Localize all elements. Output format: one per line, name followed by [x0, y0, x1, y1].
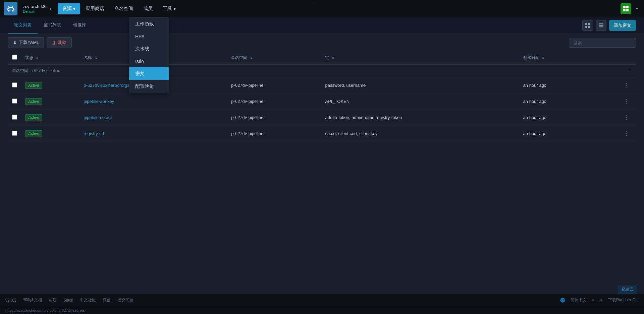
row-3-actions: ⋮	[592, 126, 636, 142]
table-row: Active p-627dv-jiuxiharbororgstable p-62…	[8, 77, 636, 93]
view-list-button[interactable]	[596, 20, 606, 31]
footer-link-cli[interactable]: 下载Rancher CLI	[608, 297, 639, 303]
footer-link-chinese-community[interactable]: 中文社区	[80, 297, 96, 303]
nav-item-namespace[interactable]: 命名空间	[110, 3, 138, 14]
svg-rect-14	[599, 26, 603, 27]
row-1-namespace: p-627dv-pipeline	[227, 93, 321, 110]
row-0-namespace: p-627dv-pipeline	[227, 77, 321, 93]
delete-button[interactable]: 🗑 删除	[47, 37, 72, 48]
row-3-namespace: p-627dv-pipeline	[227, 126, 321, 142]
svg-rect-9	[588, 23, 590, 25]
row-1-name-link[interactable]: pipeline-api-key	[84, 99, 114, 104]
row-2-namespace: p-627dv-pipeline	[227, 110, 321, 126]
select-all-checkbox[interactable]	[12, 55, 17, 60]
version-label: v2.3.3	[5, 298, 16, 303]
row-2-created: an hour ago	[519, 110, 592, 126]
nav-item-members[interactable]: 成员	[139, 3, 157, 14]
tabs-bar: 密文列表 证书列表 镜像库 添加密文	[0, 17, 644, 34]
row-3-keys: ca.crt, client.cert, client.key	[321, 126, 519, 142]
download-yaml-button[interactable]: ⬇ 下载YAML	[8, 37, 44, 48]
row-1-actions: ⋮	[592, 93, 636, 110]
footer-link-slack[interactable]: Slack	[63, 298, 73, 303]
row-1-actions-button[interactable]: ⋮	[596, 97, 632, 106]
row-1-checkbox[interactable]	[12, 99, 17, 104]
sort-keys-icon: ⇅	[332, 56, 334, 60]
row-2-actions-button[interactable]: ⋮	[596, 113, 632, 122]
dropdown-item-workload[interactable]: 工作负载	[129, 18, 169, 30]
nav-item-tools[interactable]: 工具 ▾	[158, 3, 180, 14]
cluster-name: zcy-arch-k8s	[23, 4, 48, 9]
dropdown-item-secret[interactable]: 密文	[129, 67, 169, 80]
nav-right-dropdown-arrow[interactable]: ▼	[634, 6, 640, 12]
svg-rect-5	[623, 9, 626, 11]
row-0-created: an hour ago	[519, 77, 592, 93]
row-1-status: Active	[21, 93, 79, 110]
svg-rect-6	[626, 9, 629, 11]
row-2-checkbox[interactable]	[12, 115, 17, 120]
status-bar: https://jiuxi.rancher.org/p/c-g6fcj:p-62…	[0, 306, 644, 314]
th-keys[interactable]: 键 ⇅	[321, 51, 519, 64]
row-3-checkbox[interactable]	[12, 131, 17, 136]
add-secret-button[interactable]: 添加密文	[609, 20, 636, 31]
sort-status-icon: ⇅	[36, 56, 38, 60]
row-1-name: pipeline-api-key	[79, 93, 227, 110]
row-2-name-link[interactable]: pipeline-secret	[84, 115, 112, 120]
row-3-created: an hour ago	[519, 126, 592, 142]
row-3-name: registry-crt	[79, 126, 227, 142]
nav-right-grid-icon[interactable]	[621, 3, 631, 14]
cluster-selector[interactable]: zcy-arch-k8s Default ▼	[20, 3, 55, 15]
row-2-keys: admin-token, admin-user, registry-token	[321, 110, 519, 126]
status-url: https://jiuxi.rancher.org/p/c-g6fcj:p-62…	[5, 308, 85, 312]
row-2-actions: ⋮	[592, 110, 636, 126]
top-nav: zcy-arch-k8s Default ▼ 资源 ▾ 应用商店 命名空间 成员…	[0, 0, 644, 17]
main-nav: 资源 ▾ 应用商店 命名空间 成员 工具 ▾	[58, 3, 180, 14]
svg-rect-8	[585, 23, 587, 25]
nav-right: ▼	[621, 3, 640, 14]
dropdown-item-hpa[interactable]: HPA	[129, 30, 169, 43]
row-3-actions-button[interactable]: ⋮	[596, 129, 632, 138]
nav-item-resources[interactable]: 资源 ▾	[58, 3, 80, 14]
namespace-group-row: 命名空间: p-627dv-pipeline ⋮	[8, 64, 636, 77]
logo-area[interactable]	[4, 2, 17, 15]
th-namespace[interactable]: 命名空间 ⇅	[227, 51, 321, 64]
row-0-actions-button[interactable]: ⋮	[596, 81, 632, 90]
view-grid-button[interactable]	[582, 20, 593, 31]
row-0-checkbox[interactable]	[12, 82, 17, 87]
toolbar: ⬇ 下载YAML 🗑 删除	[0, 34, 644, 51]
row-3-status: Active	[21, 126, 79, 142]
footer-link-forum[interactable]: 论坛	[49, 297, 57, 303]
tab-secrets-list[interactable]: 密文列表	[8, 17, 38, 34]
tab-certs-list[interactable]: 证书列表	[38, 17, 67, 34]
search-input[interactable]	[569, 38, 636, 48]
footer-link-issue[interactable]: 提交问题	[117, 297, 133, 303]
status-badge: Active	[25, 98, 42, 105]
row-1-created: an hour ago	[519, 93, 592, 110]
svg-rect-3	[623, 6, 626, 8]
footer-link-wechat[interactable]: 微信	[103, 297, 111, 303]
dropdown-item-pipeline[interactable]: 流水线	[129, 43, 169, 55]
row-1-keys: API_TOKEN	[321, 93, 519, 110]
th-checkbox	[8, 51, 21, 64]
status-badge: Active	[25, 130, 42, 137]
dropdown-item-configmap[interactable]: 配置映射	[129, 80, 169, 93]
footer-link-lang[interactable]: 简体中文	[571, 297, 587, 303]
table-container: 状态 ⇅ 名称 ⇅ 命名空间 ⇅ 键 ⇅	[0, 51, 644, 294]
footer-link-help[interactable]: 帮助&文档	[23, 297, 42, 303]
th-status[interactable]: 状态 ⇅	[21, 51, 79, 64]
th-actions	[592, 51, 636, 64]
svg-point-2	[12, 10, 14, 12]
namespace-group-actions[interactable]: ⋮	[628, 68, 632, 73]
status-badge: Active	[25, 82, 42, 89]
svg-point-1	[8, 10, 10, 12]
bottom-bar: v2.3.3 帮助&文档 论坛 Slack 中文社区 微信 提交问题 🌐 简体中…	[0, 294, 644, 306]
nav-item-appstore[interactable]: 应用商店	[81, 3, 109, 14]
row-3-name-link[interactable]: registry-crt	[84, 131, 104, 136]
row-0-status: Active	[21, 77, 79, 93]
tab-registry[interactable]: 镜像库	[67, 17, 92, 34]
table-row: Active pipeline-api-key p-627dv-pipeline…	[8, 93, 636, 110]
sort-namespace-icon: ⇅	[250, 56, 253, 60]
row-2-status: Active	[21, 110, 79, 126]
dropdown-item-istio[interactable]: Istio	[129, 55, 169, 67]
watermark: 亿速云	[618, 285, 637, 294]
th-created[interactable]: 创建时间 ⇅	[519, 51, 592, 64]
